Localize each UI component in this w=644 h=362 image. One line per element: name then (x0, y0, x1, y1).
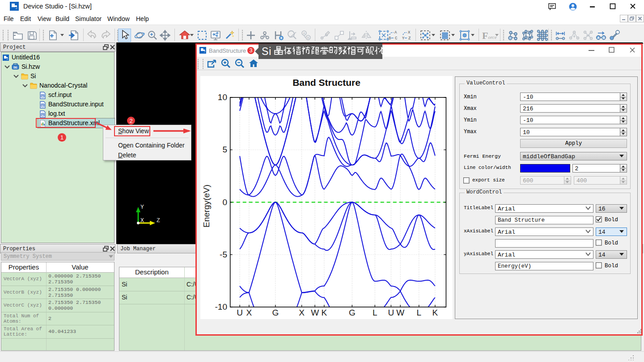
svg-text:K: K (322, 308, 327, 317)
svg-text:L: L (373, 308, 377, 317)
svg-text:U: U (237, 308, 243, 317)
svg-text:5: 5 (222, 145, 227, 154)
svg-text:IN: IN (42, 94, 44, 97)
svg-text:Y: Y (402, 36, 405, 41)
svg-text:10: 10 (218, 93, 227, 102)
svg-text:B: B (389, 36, 391, 41)
svg-text:Z: Z (408, 36, 411, 41)
svg-text:-5: -5 (220, 250, 227, 259)
svg-text:A: A (597, 36, 600, 40)
svg-text:C: C (395, 36, 398, 41)
svg-text:G: G (272, 308, 279, 317)
svg-text:HZW: HZW (13, 66, 18, 68)
svg-text:Z: Z (157, 217, 160, 224)
svg-text:3: 3 (250, 47, 253, 54)
svg-text:X: X (246, 308, 252, 317)
svg-text:Energy(eV): Energy(eV) (202, 185, 211, 227)
svg-text:W: W (396, 308, 404, 317)
svg-text:IN: IN (42, 113, 44, 116)
svg-text:X: X (140, 217, 144, 224)
svg-text:X: X (408, 30, 411, 35)
svg-text:IN: IN (42, 104, 44, 106)
svg-text:2: 2 (129, 118, 132, 124)
svg-text:A: A (303, 31, 305, 35)
svg-text:Band Structure: Band Structure (292, 77, 360, 88)
svg-text:B: B (602, 36, 605, 40)
svg-text:K: K (432, 308, 438, 317)
svg-text:X: X (299, 308, 305, 317)
svg-text:Y: Y (140, 204, 144, 210)
svg-text:0: 0 (222, 198, 227, 207)
svg-text:1: 1 (60, 134, 64, 141)
svg-text:B: B (307, 36, 309, 40)
svg-text:A: A (394, 30, 397, 35)
svg-text:L: L (417, 308, 422, 317)
svg-text:U: U (388, 308, 394, 317)
svg-text:W: W (311, 308, 319, 317)
svg-text:G: G (349, 308, 356, 317)
svg-text:-10: -10 (215, 302, 227, 311)
